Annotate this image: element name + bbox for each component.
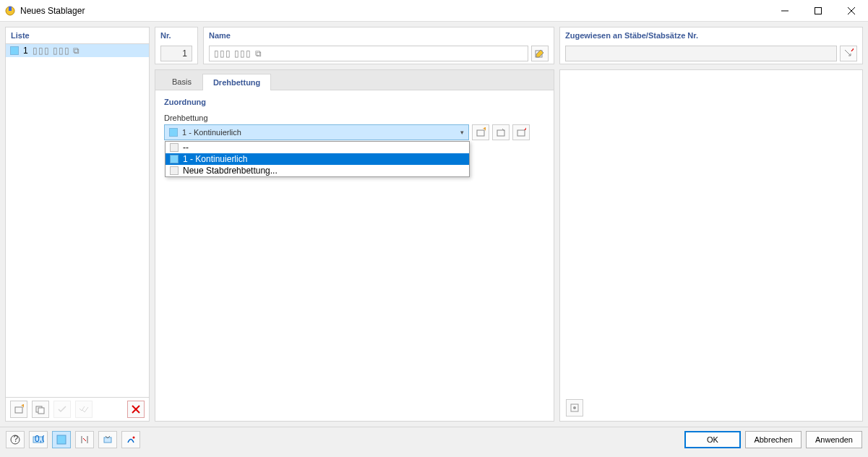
assign-label: Zugewiesen an Stäbe/Stabsätze Nr. [560,27,862,43]
tab-drehbettung[interactable]: Drehbettung [202,74,271,90]
pick-members-button[interactable]: ✕ [840,46,857,61]
svg-text:✦: ✦ [20,404,24,411]
drehbettung-label: Drehbettung [164,114,545,122]
color-swatch-icon [169,128,178,137]
list-item[interactable]: 1 ▯▯▯ ▯▯▯ ⧉ [6,44,149,57]
svg-rect-9 [38,408,44,414]
window-title: Neues Stablager [20,6,768,16]
view-button-2[interactable] [98,431,117,448]
drehbettung-combo[interactable]: 1 - Kontinuierlich ▾ -- 1 - Kontinuierli… [164,124,469,140]
view-button-1[interactable] [75,431,94,448]
apply-button[interactable]: Anwenden [806,431,862,448]
tab-basis[interactable]: Basis [161,73,202,90]
view-button-3[interactable] [121,431,140,448]
name-label: Name [204,27,554,43]
color-swatch-icon [170,143,179,152]
dropdown-option[interactable]: -- [166,142,469,153]
color-swatch-icon [10,46,19,55]
new-drehbettung-button[interactable]: ✦ [472,124,489,140]
name-input[interactable] [209,46,528,61]
titlebar: Neues Stablager [0,0,868,22]
ok-button[interactable]: OK [684,431,741,448]
edit-name-button[interactable] [531,46,549,61]
svg-rect-25 [57,435,66,444]
svg-text:0,00: 0,00 [35,435,44,444]
new-item-button[interactable]: ✦ [10,401,27,418]
svg-text:?: ? [14,435,19,444]
check-button [53,401,71,418]
dropdown-option[interactable]: 1 - Kontinuierlich [166,153,469,165]
edit-drehbettung-button[interactable] [492,124,510,140]
cancel-button[interactable]: Abbrechen [745,431,802,448]
svg-point-20 [573,406,576,409]
color-swatch-icon [170,166,179,175]
svg-text:✕: ✕ [523,127,526,133]
dropdown-option[interactable]: Neue Stabdrehbettung... [166,165,469,176]
bottom-toolbar: ? 0,00 OK Abbrechen Anwenden [0,427,868,452]
drehbettung-dropdown[interactable]: -- 1 - Kontinuierlich Neue Stabdrehbettu… [165,141,470,177]
svg-point-29 [133,437,135,439]
preview-settings-button[interactable] [566,399,583,417]
svg-rect-1 [9,7,12,11]
list-body[interactable]: 1 ▯▯▯ ▯▯▯ ⧉ [6,43,149,397]
minimize-button[interactable] [768,0,802,22]
chevron-down-icon: ▾ [460,129,464,136]
svg-text:✕: ✕ [850,48,854,54]
list-header: Liste [6,27,149,43]
svg-text:✦: ✦ [482,127,486,134]
svg-rect-16 [497,130,504,136]
check-all-button [75,401,93,418]
svg-rect-3 [815,7,822,14]
nr-input[interactable] [160,46,192,61]
app-icon [4,5,16,17]
list-panel: Liste 1 ▯▯▯ ▯▯▯ ⧉ ✦ [5,27,150,422]
delete-button[interactable] [127,401,145,418]
color-swatch-icon [170,155,179,163]
list-item-label: ▯▯▯ ▯▯▯ ⧉ [33,46,81,56]
nr-label: Nr. [155,27,197,43]
copy-item-button[interactable] [32,401,49,418]
maximize-button[interactable] [802,0,835,22]
units-button[interactable]: 0,00 [29,431,48,448]
close-button[interactable] [835,0,868,22]
combo-selected-text: 1 - Kontinuierlich [182,128,460,137]
preview-panel [559,69,863,422]
list-item-num: 1 [23,46,28,56]
color-button[interactable] [52,431,71,448]
tab-strip: Basis Drehbettung [155,70,554,90]
delete-drehbettung-button[interactable]: ✕ [512,124,530,140]
help-button[interactable]: ? [6,431,25,448]
section-zuordnung: Zuordnung [164,98,545,106]
assign-input[interactable] [565,46,837,61]
